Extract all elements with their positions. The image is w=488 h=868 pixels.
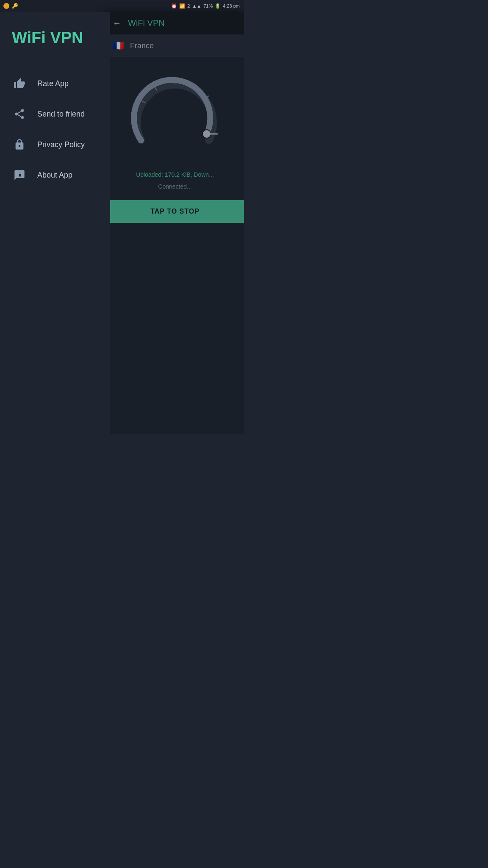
status-right: ⏰ 📶 2 ▲▲ 71% 🔋 4:23 pm bbox=[171, 3, 240, 9]
send-to-friend-label: Send to friend bbox=[37, 110, 85, 119]
rate-app-label: Rate App bbox=[37, 79, 69, 88]
menu-item-rate-app[interactable]: Rate App bbox=[0, 68, 110, 99]
about-app-label: About App bbox=[37, 171, 72, 180]
menu-item-send-to-friend[interactable]: Send to friend bbox=[0, 99, 110, 129]
status-bar: 🔑 ⏰ 📶 2 ▲▲ 71% 🔋 4:23 pm bbox=[0, 0, 244, 12]
status-circle-icon bbox=[3, 3, 9, 9]
menu-item-about-app[interactable]: About App bbox=[0, 160, 110, 190]
status-left: 🔑 bbox=[3, 3, 18, 9]
sim-badge: 2 bbox=[187, 3, 190, 8]
lock-icon bbox=[12, 137, 27, 152]
clock: 4:23 pm bbox=[223, 3, 240, 8]
thumbs-up-icon bbox=[12, 76, 27, 91]
share-icon bbox=[12, 106, 27, 122]
navigation-drawer: WiFi VPN Rate App Send to friend Privacy… bbox=[0, 12, 110, 434]
info-icon bbox=[12, 167, 27, 183]
battery-percent: 71% bbox=[203, 3, 213, 8]
menu-item-privacy-policy[interactable]: Privacy Policy bbox=[0, 129, 110, 160]
battery-icon: 🔋 bbox=[215, 3, 221, 9]
wifi-icon: 📶 bbox=[179, 3, 185, 9]
drawer-title: WiFi VPN bbox=[0, 29, 110, 68]
vpn-key-icon: 🔑 bbox=[12, 3, 18, 9]
privacy-policy-label: Privacy Policy bbox=[37, 140, 85, 149]
signal-icon: ▲▲ bbox=[192, 3, 201, 8]
alarm-icon: ⏰ bbox=[171, 3, 177, 9]
